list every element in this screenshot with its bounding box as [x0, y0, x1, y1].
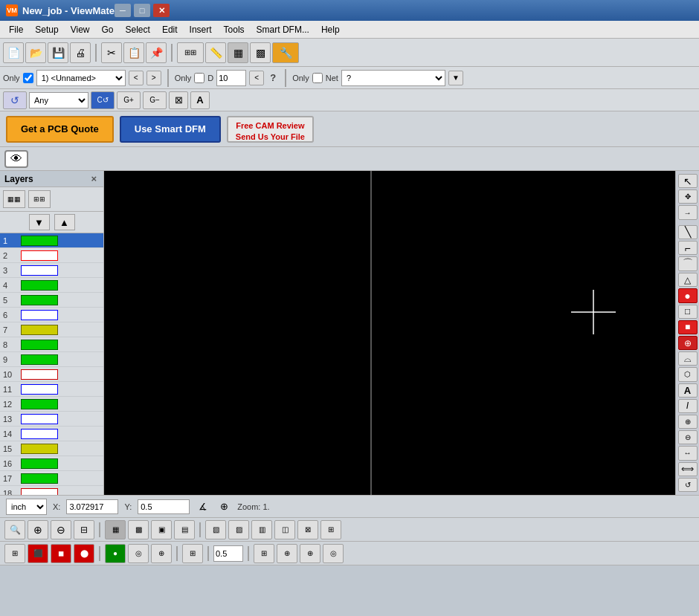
- grid-value-input[interactable]: [213, 545, 243, 562]
- copy-button[interactable]: 📋: [123, 42, 144, 63]
- arrow-right-button[interactable]: →: [678, 205, 698, 219]
- layer-display-btn7[interactable]: ▥: [251, 520, 272, 539]
- layer-display-btn8[interactable]: ◫: [274, 520, 295, 539]
- cam-review-button[interactable]: Free CAM Review Send Us Your File: [227, 116, 314, 143]
- bt2-btn1[interactable]: ⊞: [4, 544, 25, 563]
- layer-row[interactable]: 7: [0, 322, 103, 337]
- layer-display-btn10[interactable]: ⊞: [320, 520, 341, 539]
- bt2-extra2[interactable]: ⊕: [277, 544, 297, 563]
- cut-button[interactable]: ✂: [101, 42, 122, 63]
- grid-display-button[interactable]: ⊞⊞: [177, 42, 204, 63]
- layer-row[interactable]: 16: [0, 456, 103, 471]
- menu-item-go[interactable]: Go: [96, 23, 120, 36]
- layer-row[interactable]: 5: [0, 293, 103, 308]
- layers-close-button[interactable]: ×: [88, 173, 99, 184]
- layer-display-btn3[interactable]: ▣: [151, 520, 172, 539]
- x-coordinate[interactable]: [66, 499, 118, 514]
- layer-row[interactable]: 4: [0, 278, 103, 293]
- layer-row[interactable]: 13: [0, 412, 103, 427]
- layer-display-btn1[interactable]: ▦: [105, 520, 126, 539]
- aperture-input[interactable]: [216, 70, 246, 86]
- paste-button[interactable]: 📌: [146, 42, 167, 63]
- extra-rt-btn[interactable]: ↺: [678, 478, 698, 492]
- select-add-button[interactable]: G+: [117, 91, 141, 109]
- layer-row[interactable]: 1: [0, 233, 103, 248]
- layer-row[interactable]: 14: [0, 427, 103, 441]
- fill-rect-button[interactable]: ■: [678, 320, 698, 334]
- draw-triangle-button[interactable]: △: [678, 273, 698, 287]
- menu-item-setup[interactable]: Setup: [29, 23, 64, 36]
- layer-display-btn6[interactable]: ▨: [228, 520, 249, 539]
- eye-button[interactable]: 👁: [4, 150, 28, 168]
- bt2-extra3[interactable]: ⊕: [300, 544, 320, 563]
- menu-item-view[interactable]: View: [65, 23, 96, 36]
- bt2-btn6[interactable]: ◎: [128, 544, 149, 563]
- italic-text-button[interactable]: I: [678, 399, 698, 413]
- menu-item-smart-dfm-[interactable]: Smart DFM...: [251, 23, 315, 36]
- layer-display-btn2[interactable]: ▩: [128, 520, 149, 539]
- draw-arc-button[interactable]: ⌒: [678, 256, 698, 271]
- layer-row[interactable]: 9: [0, 352, 103, 367]
- select-all-button[interactable]: C↺: [91, 91, 115, 109]
- menu-item-help[interactable]: Help: [315, 23, 346, 36]
- menu-item-select[interactable]: Select: [120, 23, 156, 36]
- layer-row[interactable]: 11: [0, 382, 103, 397]
- smart-dfm-button[interactable]: Use Smart DFM: [120, 116, 221, 143]
- zoom-fit-button[interactable]: ⊟: [74, 520, 94, 539]
- layers-view-all-button[interactable]: ▦▦: [3, 190, 25, 208]
- zoom-window-button[interactable]: 🔍: [4, 520, 25, 539]
- menu-item-edit[interactable]: Edit: [156, 23, 184, 36]
- menu-item-tools[interactable]: Tools: [218, 23, 251, 36]
- move-button[interactable]: ✥: [678, 189, 698, 204]
- net-select[interactable]: ?: [341, 70, 445, 86]
- text-button[interactable]: A: [678, 383, 698, 398]
- layer-display-btn9[interactable]: ⊠: [297, 520, 318, 539]
- layers-view-grid-button[interactable]: ⊞⊞: [28, 190, 51, 208]
- new-file-button[interactable]: 📄: [3, 42, 24, 63]
- bt2-btn3[interactable]: ◼: [51, 544, 71, 563]
- bt2-btn2[interactable]: ⬛: [28, 544, 48, 563]
- layer-display-btn4[interactable]: ▤: [174, 520, 195, 539]
- zoom-out-button[interactable]: ⊖: [51, 520, 71, 539]
- layers-button[interactable]: ▦: [228, 42, 248, 63]
- bt2-btn5[interactable]: ●: [105, 544, 126, 563]
- bt2-btn4[interactable]: ⬤: [74, 544, 94, 563]
- menu-item-file[interactable]: File: [3, 23, 29, 36]
- layer-row[interactable]: 10: [0, 367, 103, 382]
- only-checkbox3[interactable]: [312, 73, 323, 83]
- pan-button[interactable]: ↔: [678, 446, 698, 460]
- polygon-button[interactable]: ⬡: [678, 367, 698, 381]
- misc-button[interactable]: 🔧: [272, 42, 299, 63]
- open-file-button[interactable]: 📂: [25, 42, 46, 63]
- layer-row[interactable]: 6: [0, 308, 103, 322]
- menu-item-insert[interactable]: Insert: [184, 23, 218, 36]
- measure-button[interactable]: 📏: [205, 42, 226, 63]
- ruler-button[interactable]: ⟺: [678, 462, 698, 476]
- layer-row[interactable]: 2: [0, 248, 103, 263]
- bt2-btn7[interactable]: ⊕: [151, 544, 172, 563]
- select-type-dropdown[interactable]: Any (U): [29, 92, 88, 108]
- layer-next-button[interactable]: >: [146, 71, 161, 85]
- zoom-in-button[interactable]: ⊕: [28, 520, 48, 539]
- only-checkbox1[interactable]: [23, 73, 33, 83]
- layer-row[interactable]: 12: [0, 397, 103, 412]
- save-button[interactable]: 💾: [48, 42, 68, 63]
- aperture-prev-button[interactable]: <: [249, 71, 264, 85]
- zoom-btn2[interactable]: ⊖: [678, 430, 698, 444]
- draw-rect-button[interactable]: □: [678, 305, 698, 319]
- layer-row[interactable]: 8: [0, 337, 103, 352]
- unit-select[interactable]: inch mm: [6, 499, 47, 515]
- reset-button[interactable]: ↺: [3, 91, 27, 109]
- bt2-extra4[interactable]: ◎: [323, 544, 344, 563]
- select-clear-button[interactable]: ⊠: [169, 91, 188, 109]
- bt2-extra1[interactable]: ⊞: [254, 544, 274, 563]
- draw-corner-button[interactable]: ⌐: [678, 241, 698, 255]
- curve-button[interactable]: ⌓: [678, 351, 698, 366]
- only-checkbox2[interactable]: [194, 73, 204, 83]
- layer-row[interactable]: 17: [0, 471, 103, 486]
- layers-down-button[interactable]: ▼: [29, 214, 50, 230]
- layer-prev-button[interactable]: <: [129, 71, 144, 85]
- select-special-button[interactable]: A: [190, 91, 210, 109]
- layer-select[interactable]: 1) <Unnamed>: [36, 70, 126, 86]
- draw-line-button[interactable]: ╲: [678, 225, 698, 239]
